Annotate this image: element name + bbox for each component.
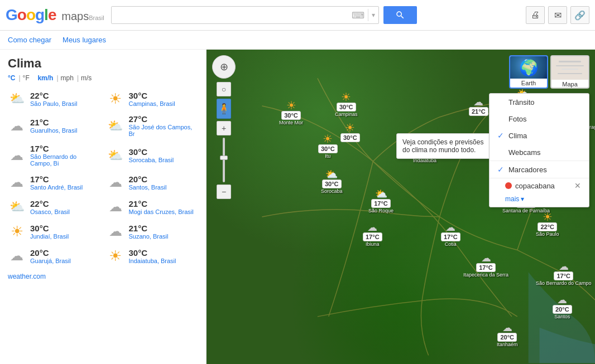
cloudy-icon: ☁ xyxy=(109,199,122,215)
unit-mph[interactable]: mph xyxy=(61,74,74,82)
map-city-label: São Paulo xyxy=(536,231,559,237)
mais-link[interactable]: mais ▾ xyxy=(490,193,589,207)
unit-celsius[interactable]: °C xyxy=(8,74,15,82)
mapa-view-button[interactable]: Mapa xyxy=(550,55,589,89)
unit-ms[interactable]: m/s xyxy=(81,74,92,82)
layer-fotos[interactable]: Fotos xyxy=(490,110,589,127)
city-name[interactable]: Indaiatuba, Brasil xyxy=(129,258,176,264)
city-name[interactable]: Jundiaí, Brasil xyxy=(30,233,69,240)
weather-icon-container: ☁ xyxy=(107,198,124,216)
list-item[interactable]: ⛅ 30°C Sorocaba, Brasil xyxy=(103,140,202,170)
header: Google maps Brasil ⌨ ▾ 🖨 ✉ 🔗 xyxy=(0,0,595,31)
map-sun-icon: ☀ xyxy=(345,122,355,133)
sidebar-item-meus-lugares[interactable]: Meus lugares xyxy=(63,36,106,44)
weather-icon-container: ☁ xyxy=(107,173,124,191)
svg-rect-2 xyxy=(556,65,584,66)
list-item[interactable]: ☁ 20°C Santos, Brasil xyxy=(103,170,202,195)
list-item[interactable]: ☁ 20°C Guarujá, Brasil xyxy=(4,244,103,268)
city-name[interactable]: Santos, Brasil xyxy=(129,184,167,191)
zoom-out-button[interactable]: ○ xyxy=(217,82,231,96)
sunny-icon: ☀ xyxy=(11,223,23,240)
map-temp-label: 20°C xyxy=(553,305,572,314)
layer-transito[interactable]: Trânsito xyxy=(490,94,589,110)
layer-dropdown: Trânsito Fotos ✓ Clima Webcams ✓ Marcado… xyxy=(489,93,589,207)
map-area[interactable]: ⊕ ○ 🧍 + − 🌍 Earth xyxy=(207,50,595,364)
unit-kmh[interactable]: km/h xyxy=(37,74,53,82)
sidebar-item-como-chegar[interactable]: Como chegar xyxy=(8,36,51,44)
copacabana-label: copacabana xyxy=(515,182,555,190)
list-item[interactable]: ⛅ 27°C São José dos Campos, Br xyxy=(103,111,202,140)
list-item[interactable]: ⛅ 22°C São Paulo, Brasil xyxy=(4,86,103,111)
layer-webcams-label: Webcams xyxy=(508,148,541,157)
list-item[interactable]: ☁ 21°C Suzano, Brasil xyxy=(103,219,202,244)
search-input[interactable] xyxy=(112,7,348,23)
map-weather-marker[interactable]: ⛅ 17°C São Roque xyxy=(368,189,394,213)
map-weather-marker[interactable]: ☀ 30°C Itu xyxy=(318,133,338,159)
city-name[interactable]: Osasco, Brasil xyxy=(30,208,70,215)
print-button[interactable]: 🖨 xyxy=(526,6,545,24)
earth-view-button[interactable]: 🌍 Earth xyxy=(509,55,548,89)
map-temp-label: 30°C xyxy=(340,133,360,142)
city-name[interactable]: Guarujá, Brasil xyxy=(30,258,71,264)
sunny-icon: ☀ xyxy=(109,90,122,108)
map-weather-marker[interactable]: ☀ 30°C Campinas xyxy=(335,91,358,117)
city-name[interactable]: Santo André, Brasil xyxy=(30,184,83,191)
list-item[interactable]: ☀ 30°C Jundiaí, Brasil xyxy=(4,219,103,244)
navigation-wheel[interactable]: ⊕ xyxy=(212,55,236,79)
search-button[interactable] xyxy=(383,6,417,24)
city-name[interactable]: São Paulo, Brasil xyxy=(30,100,77,107)
list-item[interactable]: ☁ 17°C São Bernardo do Campo, Bi xyxy=(4,140,103,170)
layer-copacabana[interactable]: copacabana ✕ xyxy=(490,178,589,193)
list-item[interactable]: ☁ 17°C Santo André, Brasil xyxy=(4,170,103,195)
cloudy-icon: ☁ xyxy=(10,118,23,134)
cloudy-icon: ☁ xyxy=(10,248,23,264)
map-weather-marker[interactable]: ☁ 17°C Cotia xyxy=(441,222,460,247)
street-view-button[interactable]: 🧍 xyxy=(217,99,231,119)
layer-marcadores[interactable]: ✓ Marcadores xyxy=(490,161,589,178)
email-button[interactable]: ✉ xyxy=(548,6,567,24)
sunny-icon: ☀ xyxy=(109,247,122,265)
map-weather-marker[interactable]: ☁ 21°C xyxy=(469,97,488,116)
map-weather-marker[interactable]: ☁ 17°C São Bernardo do Campo xyxy=(536,261,592,286)
city-name[interactable]: Mogi das Cruzes, Brasil xyxy=(129,208,194,215)
map-weather-marker[interactable]: ☀ 22°C São Paulo xyxy=(536,211,559,237)
weather-source[interactable]: weather.com xyxy=(0,268,206,286)
map-weather-marker[interactable]: ☀ 30°C xyxy=(340,122,360,142)
layer-clima[interactable]: ✓ Clima xyxy=(490,127,589,144)
map-city-label: Campinas xyxy=(335,111,358,117)
search-icon xyxy=(395,10,405,20)
list-item[interactable]: ☁ 21°C Guarulhos, Brasil xyxy=(4,111,103,140)
map-sun-icon: ☀ xyxy=(543,211,553,222)
map-weather-marker[interactable]: ☁ 20°C Santos xyxy=(553,295,572,319)
map-weather-marker[interactable]: ⛅ 30°C Sorocaba xyxy=(321,169,343,194)
city-name[interactable]: Guarulhos, Brasil xyxy=(30,127,77,134)
zoom-minus-button[interactable]: − xyxy=(217,185,231,199)
map-weather-marker[interactable]: ☁ 17°C Itapecerica da Serra xyxy=(463,253,508,278)
partly-cloudy-icon: ⛅ xyxy=(9,91,25,106)
temperature: 17°C xyxy=(30,144,100,153)
city-name[interactable]: Suzano, Brasil xyxy=(129,233,169,240)
city-name[interactable]: São José dos Campos, Br xyxy=(129,124,199,137)
link-button[interactable]: 🔗 xyxy=(570,6,589,24)
list-item[interactable]: ⛅ 22°C Osasco, Brasil xyxy=(4,195,103,219)
dropdown-icon[interactable]: ▾ xyxy=(368,9,378,21)
layer-webcams[interactable]: Webcams xyxy=(490,144,589,161)
svg-rect-3 xyxy=(562,69,578,70)
list-item[interactable]: ☁ 21°C Mogi das Cruzes, Brasil xyxy=(103,195,202,219)
city-name[interactable]: Sorocaba, Brasil xyxy=(129,157,174,163)
city-name[interactable]: São Bernardo do Campo, Bi xyxy=(30,153,100,167)
list-item[interactable]: ☀ 30°C Indaiatuba, Brasil xyxy=(103,244,202,268)
zoom-thumb[interactable] xyxy=(220,156,228,160)
cloudy-icon: ☁ xyxy=(10,148,23,163)
weather-icon-container: ☁ xyxy=(8,247,26,265)
unit-fahrenheit[interactable]: °F xyxy=(23,74,30,82)
zoom-plus-button[interactable]: + xyxy=(217,121,231,135)
map-weather-marker[interactable]: ☁ 20°C Itanhaém xyxy=(497,323,518,347)
city-name[interactable]: Campinas, Brasil xyxy=(129,100,175,107)
list-item[interactable]: ☀ 30°C Campinas, Brasil xyxy=(103,86,202,111)
copacabana-remove[interactable]: ✕ xyxy=(574,181,581,190)
logo-brasil: Brasil xyxy=(89,14,104,21)
temperature: 20°C xyxy=(30,248,71,258)
map-weather-marker[interactable]: ☁ 17°C Ibiuna xyxy=(363,222,382,247)
map-weather-marker[interactable]: ☀ 30°C Monte Mor xyxy=(279,100,303,125)
